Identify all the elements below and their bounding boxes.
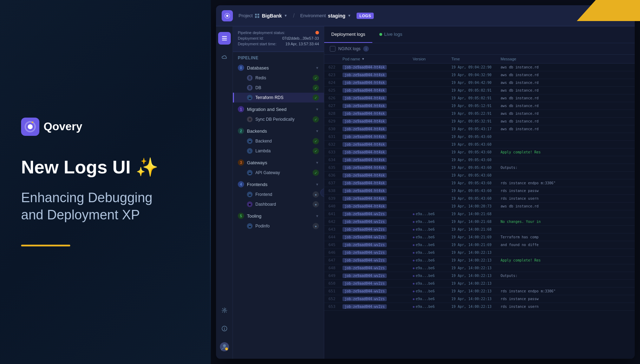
table-row[interactable]: 650 job-ze9aad044-wv2zs ⊕e9a...be6 19 Ap… bbox=[324, 280, 635, 287]
table-row[interactable]: 651 job-ze9aad044-wv2zs ⊕e9a...be6 19 Ap… bbox=[324, 287, 635, 295]
table-row[interactable]: 644 job-ze9aad044-wv2zs ⊕e9a...be6 19 Ap… bbox=[324, 233, 635, 241]
section-header-gateways[interactable]: 3 Gateways ▼ bbox=[233, 157, 324, 168]
table-row[interactable]: 648 job-ze9aad044-wv2zs ⊕e9a...be6 19 Ap… bbox=[324, 264, 635, 272]
table-row[interactable]: 628 job-ze9aad044-ht4sk 19 Apr, 09:05:22… bbox=[324, 110, 635, 118]
col-header-pod[interactable]: Pod name ▼ bbox=[342, 57, 413, 61]
terraform-icon: ☁ bbox=[247, 95, 253, 100]
log-row-time: 19 Apr, 09:04:22:90 bbox=[451, 65, 501, 69]
table-row[interactable]: 652 job-ze9aad044-wv2zs ⊕e9a...be6 19 Ap… bbox=[324, 295, 635, 303]
section-number-2: 2 bbox=[238, 128, 244, 134]
pipeline-item-sync-db[interactable]: ⚙ Sync DB Periodically ✓ bbox=[233, 114, 324, 124]
terraform-status: ✓ bbox=[313, 94, 319, 101]
svg-rect-4 bbox=[255, 14, 257, 15]
version-arrow-icon: ⊕ bbox=[413, 251, 414, 254]
section-header-migration[interactable]: 1 Migration and Seed ▼ bbox=[233, 104, 324, 114]
table-row[interactable]: 646 job-ze9aad044-wv2zs ⊕e9a...be6 19 Ap… bbox=[324, 249, 635, 257]
log-row-pod: job-ze9aad044-ht4sk bbox=[342, 181, 413, 185]
tab-live-logs[interactable]: Live logs bbox=[372, 26, 409, 43]
log-row-pod: job-ze9aad044-ht4sk bbox=[342, 80, 413, 85]
nginx-checkbox[interactable] bbox=[330, 46, 335, 52]
table-row[interactable]: 632 job-ze9aad044-ht4sk 19 Apr, 09:05:43… bbox=[324, 141, 635, 148]
sidebar-settings-icon[interactable] bbox=[218, 304, 231, 317]
table-row[interactable]: 638 job-ze9aad044-ht4sk 19 Apr, 09:05:43… bbox=[324, 187, 635, 195]
pipeline-item-backend[interactable]: ☁ Backend ✓ bbox=[233, 136, 324, 146]
table-row[interactable]: 626 job-ze9aad044-ht4sk 19 Apr, 09:05:02… bbox=[324, 94, 635, 102]
pod-name-col-label: Pod name bbox=[342, 57, 360, 61]
pipeline-content: 0 Databases ▼ 🗄 Redis ✓ 🗄 bbox=[233, 62, 324, 359]
podinfo-icon: ☁ bbox=[247, 223, 253, 229]
nginx-info-icon[interactable]: i bbox=[363, 46, 369, 52]
log-row-num: 648 bbox=[328, 266, 342, 270]
table-row[interactable]: 622 job-ze9aad044-ht4sk 19 Apr, 09:04:22… bbox=[324, 64, 635, 71]
log-row-num: 633 bbox=[328, 150, 342, 154]
log-row-message: aws_db_instance.rd bbox=[501, 204, 631, 208]
version-arrow-icon: ⊕ bbox=[413, 274, 414, 278]
section-name-gateways: Gateways bbox=[247, 160, 313, 165]
log-row-num: 650 bbox=[328, 281, 342, 286]
pipeline-item-dashboard[interactable]: ◆ Dashboard ● bbox=[233, 199, 324, 209]
sidebar-cloud-icon[interactable] bbox=[218, 50, 231, 63]
section-header-backends[interactable]: 2 Backends ▼ bbox=[233, 126, 324, 136]
table-row[interactable]: 627 job-ze9aad044-ht4sk 19 Apr, 09:05:12… bbox=[324, 102, 635, 110]
table-row[interactable]: 630 job-ze9aad044-ht4sk 19 Apr, 09:05:43… bbox=[324, 125, 635, 133]
table-row[interactable]: 623 job-ze9aad044-ht4sk 19 Apr, 09:04:32… bbox=[324, 71, 635, 79]
log-row-pod: job-ze9aad044-wv2zs bbox=[342, 281, 413, 286]
table-row[interactable]: 640 job-ze9aad044-ht4sk 19 Apr, 14:00:20… bbox=[324, 203, 635, 210]
table-row[interactable]: 643 job-ze9aad044-wv2zs ⊕e9a...be6 19 Ap… bbox=[324, 226, 635, 233]
accent-line bbox=[21, 245, 70, 246]
log-row-pod: job-ze9aad044-ht4sk bbox=[342, 104, 413, 108]
table-row[interactable]: 649 job-ze9aad044-wv2zs ⊕e9a...be6 19 Ap… bbox=[324, 272, 635, 280]
table-row[interactable]: 635 job-ze9aad044-ht4sk 19 Apr, 09:05:43… bbox=[324, 164, 635, 172]
table-row[interactable]: 641 job-ze9aad044-wv2zs ⊕e9a...be6 19 Ap… bbox=[324, 210, 635, 218]
table-row[interactable]: 625 job-ze9aad044-ht4sk 19 Apr, 09:05:02… bbox=[324, 87, 635, 94]
table-row[interactable]: 645 job-ze9aad044-wv2zs ⊕e9a...be6 19 Ap… bbox=[324, 241, 635, 249]
pipeline-item-api-gateway[interactable]: ☁ API Gateway ✓ bbox=[233, 168, 324, 178]
log-row-time: 19 Apr, 14:00:22:13 bbox=[451, 274, 501, 278]
pipeline-item-db[interactable]: 🗄 DB ✓ bbox=[233, 83, 324, 93]
table-row[interactable]: 629 job-ze9aad044-ht4sk 19 Apr, 09:05:32… bbox=[324, 118, 635, 125]
table-row[interactable]: 637 job-ze9aad044-ht4sk 19 Apr, 09:05:43… bbox=[324, 179, 635, 187]
pipeline-item-redis[interactable]: 🗄 Redis ✓ bbox=[233, 73, 324, 83]
table-row[interactable]: 624 job-ze9aad044-ht4sk 19 Apr, 09:04:42… bbox=[324, 79, 635, 87]
table-row[interactable]: 642 job-ze9aad044-wv2zs ⊕e9a...be6 19 Ap… bbox=[324, 218, 635, 226]
log-row-pod: job-ze9aad044-ht4sk bbox=[342, 204, 413, 209]
tab-deployment-logs[interactable]: Deployment logs bbox=[324, 26, 372, 43]
col-header-message: Message bbox=[501, 57, 631, 61]
table-row[interactable]: 653 job-ze9aad044-wv2zs ⊕e9a...be6 19 Ap… bbox=[324, 303, 635, 311]
pipeline-item-terraform-rds[interactable]: ☁ Terraform RDS ✓ bbox=[233, 93, 324, 102]
table-row[interactable]: 636 job-ze9aad044-ht4sk 19 Apr, 09:05:43… bbox=[324, 172, 635, 179]
pod-tag: job-ze9aad044-ht4sk bbox=[342, 181, 387, 185]
sidebar-pipeline-icon[interactable] bbox=[218, 32, 231, 45]
section-header-tooling[interactable]: 5 Tooling ▼ bbox=[233, 211, 324, 221]
pipeline-item-frontend[interactable]: ☁ Frontend ● bbox=[233, 190, 324, 199]
version-arrow-icon: ⊕ bbox=[413, 220, 414, 224]
table-row[interactable]: 639 job-ze9aad044-ht4sk 19 Apr, 09:05:43… bbox=[324, 195, 635, 203]
table-row[interactable]: 647 job-ze9aad044-wv2zs ⊕e9a...be6 19 Ap… bbox=[324, 257, 635, 264]
log-row-pod: job-ze9aad044-ht4sk bbox=[342, 188, 413, 193]
log-row-version: ⊕e9a...be6 bbox=[413, 297, 451, 301]
section-header-frontends[interactable]: 4 Frontends ▼ bbox=[233, 179, 324, 190]
log-row-pod: job-ze9aad044-wv2zs bbox=[342, 297, 413, 301]
log-row-pod: job-ze9aad044-ht4sk bbox=[342, 173, 413, 178]
podinfo-status: ● bbox=[313, 223, 319, 229]
dashboard-status: ● bbox=[313, 201, 319, 207]
table-row[interactable]: 633 job-ze9aad044-ht4sk 19 Apr, 09:05:43… bbox=[324, 148, 635, 156]
pipeline-item-lambda[interactable]: λ Lambda ✓ bbox=[233, 146, 324, 156]
sidebar-avatar-icon[interactable]: + bbox=[218, 340, 231, 353]
backend-name: Backend bbox=[255, 139, 310, 144]
sub-heading: Enhancing Debuggingand Deployment XP bbox=[21, 189, 190, 224]
pipeline-item-podinfo[interactable]: ☁ Podinfo ● bbox=[233, 221, 324, 231]
lambda-status: ✓ bbox=[313, 148, 319, 154]
table-row[interactable]: 634 job-ze9aad044-ht4sk 19 Apr, 09:05:43… bbox=[324, 156, 635, 164]
section-header-databases[interactable]: 0 Databases ▼ bbox=[233, 62, 324, 73]
log-row-message: Apply complete! Res bbox=[501, 258, 631, 262]
backend-icon: ☁ bbox=[247, 138, 253, 144]
sidebar-info-icon[interactable] bbox=[218, 322, 231, 335]
log-row-message: and found no diffe bbox=[501, 243, 631, 247]
log-row-num: 652 bbox=[328, 297, 342, 301]
table-row[interactable]: 631 job-ze9aad044-ht4sk 19 Apr, 09:05:43… bbox=[324, 133, 635, 141]
log-row-message: aws_db_instance.rd bbox=[501, 112, 631, 115]
log-row-time: 19 Apr, 14:00:21:69 bbox=[451, 243, 501, 247]
svg-text:+: + bbox=[226, 348, 227, 350]
section-backends: 2 Backends ▼ ☁ Backend ✓ λ L bbox=[233, 126, 324, 156]
